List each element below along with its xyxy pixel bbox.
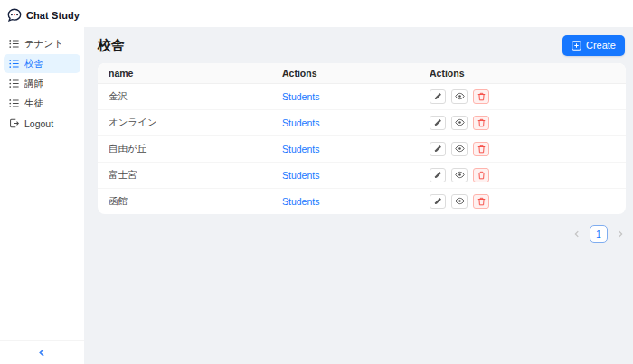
delete-button[interactable] bbox=[473, 116, 489, 130]
main-content: 校舎 Create name Actions Actions 金沢 Studen… bbox=[84, 27, 633, 364]
row-actions bbox=[430, 189, 626, 214]
create-button[interactable]: Create bbox=[562, 35, 625, 56]
app-title: Chat Study bbox=[26, 10, 80, 21]
view-button[interactable] bbox=[451, 116, 468, 130]
pencil-icon bbox=[434, 92, 442, 100]
sidebar-item-instructor[interactable]: 講師 bbox=[4, 74, 80, 93]
trash-icon bbox=[477, 92, 486, 101]
pencil-icon bbox=[434, 118, 442, 126]
pagination-page-1[interactable]: 1 bbox=[590, 225, 608, 243]
students-link[interactable]: Students bbox=[282, 196, 319, 207]
school-name-cell: 函館 bbox=[98, 188, 271, 214]
students-link[interactable]: Students bbox=[282, 170, 319, 181]
sidebar-item-label: Logout bbox=[24, 118, 53, 129]
trash-icon bbox=[477, 145, 486, 154]
schools-table-card: name Actions Actions 金沢 Students bbox=[98, 63, 626, 214]
edit-button[interactable] bbox=[430, 116, 446, 130]
logout-icon bbox=[9, 118, 19, 128]
plus-square-icon bbox=[572, 41, 581, 51]
chevron-left-icon bbox=[38, 349, 46, 357]
row-actions bbox=[430, 84, 626, 109]
table-row: 函館 Students bbox=[98, 188, 626, 214]
row-actions bbox=[430, 136, 626, 162]
create-button-label: Create bbox=[586, 40, 616, 51]
students-link[interactable]: Students bbox=[282, 117, 319, 128]
view-button[interactable] bbox=[451, 89, 468, 104]
chevron-right-icon bbox=[617, 230, 624, 238]
table-row: 金沢 Students bbox=[98, 83, 626, 109]
eye-icon bbox=[455, 92, 465, 100]
view-button[interactable] bbox=[451, 194, 468, 209]
edit-button[interactable] bbox=[430, 142, 446, 156]
view-button[interactable] bbox=[451, 142, 468, 156]
school-name-cell: オンライン bbox=[98, 109, 271, 135]
app-logo: Chat Study bbox=[0, 0, 84, 30]
column-header-name: name bbox=[98, 63, 271, 83]
students-link[interactable]: Students bbox=[282, 144, 319, 154]
sidebar: Chat Study テナント 校舎 講師 生徒 bbox=[0, 0, 84, 364]
eye-icon bbox=[455, 145, 465, 153]
sidebar-item-student[interactable]: 生徒 bbox=[4, 94, 80, 113]
school-name-cell: 富士宮 bbox=[98, 162, 271, 188]
row-actions bbox=[430, 163, 626, 188]
row-actions bbox=[430, 110, 626, 135]
sidebar-item-label: 校舎 bbox=[24, 58, 43, 70]
eye-icon bbox=[455, 118, 465, 126]
pencil-icon bbox=[434, 197, 442, 205]
unordered-list-icon bbox=[9, 98, 19, 108]
trash-icon bbox=[477, 197, 486, 206]
sidebar-item-school[interactable]: 校舎 bbox=[4, 54, 80, 73]
eye-icon bbox=[455, 171, 465, 179]
schools-table: name Actions Actions 金沢 Students bbox=[98, 63, 626, 214]
edit-button[interactable] bbox=[430, 194, 446, 209]
sidebar-menu: テナント 校舎 講師 生徒 bbox=[0, 30, 84, 133]
chevron-left-icon bbox=[573, 230, 581, 238]
page-header: 校舎 Create bbox=[84, 27, 633, 56]
table-row: 富士宮 Students bbox=[98, 162, 626, 188]
trash-icon bbox=[477, 171, 486, 180]
sidebar-item-label: 生徒 bbox=[24, 98, 43, 110]
sidebar-item-logout[interactable]: Logout bbox=[4, 114, 80, 133]
pagination-next-button[interactable] bbox=[617, 230, 624, 238]
school-name-cell: 自由が丘 bbox=[98, 135, 271, 162]
delete-button[interactable] bbox=[473, 142, 489, 156]
page-title: 校舎 bbox=[98, 37, 125, 54]
unordered-list-icon bbox=[9, 79, 19, 89]
unordered-list-icon bbox=[9, 39, 19, 49]
delete-button[interactable] bbox=[473, 89, 489, 104]
table-header-row: name Actions Actions bbox=[98, 63, 626, 83]
students-link[interactable]: Students bbox=[282, 91, 319, 102]
pencil-icon bbox=[434, 171, 442, 179]
trash-icon bbox=[477, 118, 486, 127]
chat-bubble-icon bbox=[7, 8, 22, 23]
unordered-list-icon bbox=[9, 59, 19, 69]
sidebar-item-label: テナント bbox=[24, 38, 63, 51]
edit-button[interactable] bbox=[430, 168, 446, 182]
edit-button[interactable] bbox=[430, 89, 446, 104]
sidebar-item-label: 講師 bbox=[24, 78, 43, 90]
pagination-prev-button[interactable] bbox=[573, 230, 581, 238]
pagination: 1 bbox=[84, 214, 633, 243]
pencil-icon bbox=[434, 145, 442, 153]
view-button[interactable] bbox=[451, 168, 468, 182]
table-row: オンライン Students bbox=[98, 109, 626, 135]
delete-button[interactable] bbox=[473, 168, 489, 182]
school-name-cell: 金沢 bbox=[98, 83, 271, 109]
column-header-actions-2: Actions bbox=[419, 63, 626, 83]
sidebar-item-tenant[interactable]: テナント bbox=[4, 34, 80, 53]
delete-button[interactable] bbox=[473, 194, 489, 209]
sidebar-collapse-button[interactable] bbox=[0, 340, 84, 364]
table-row: 自由が丘 Students bbox=[98, 135, 626, 162]
column-header-actions-1: Actions bbox=[271, 63, 419, 83]
eye-icon bbox=[455, 197, 465, 205]
